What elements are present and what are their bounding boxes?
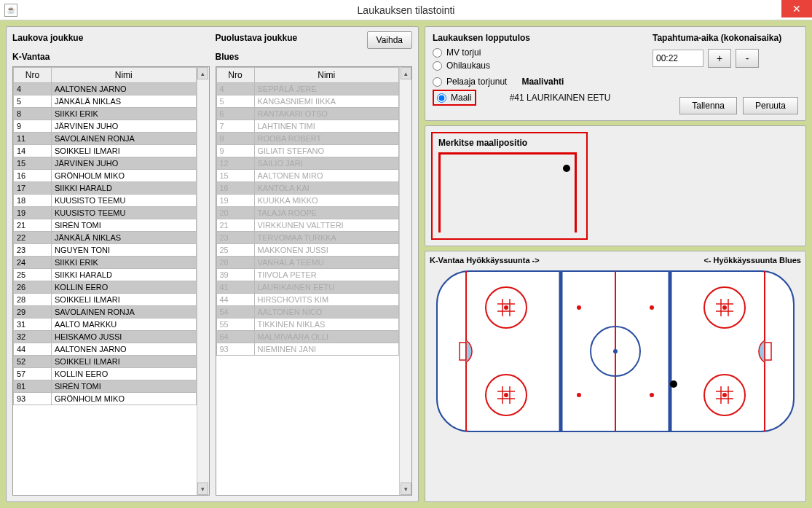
table-row[interactable]: 93GRÖNHOLM MIKO: [14, 393, 197, 405]
table-row[interactable]: 28VANHALA TEEMU: [216, 257, 399, 269]
table-row[interactable]: 39TIIVOLA PETER: [216, 269, 399, 281]
titlebar: ☕ Laukauksen tilastointi ✕: [0, 0, 812, 20]
time-input[interactable]: [653, 50, 703, 67]
table-row[interactable]: 93NIEMINEN JANI: [216, 343, 399, 356]
rink-left-label: K-Vantaa Hyökkäyssuunta ->: [430, 256, 540, 265]
svg-point-15: [504, 393, 508, 397]
goal-position-highlight: Merkitse maalipositio: [431, 132, 588, 240]
rink-panel: K-Vantaa Hyökkäyssuunta -> <- Hyökkäyssu…: [425, 251, 806, 502]
table-row[interactable]: 32HEISKAMO JUSSI: [14, 331, 197, 343]
table-row[interactable]: 15AALTONEN MIRO: [216, 170, 399, 182]
table-row[interactable]: 57KOLLIN EERO: [14, 368, 197, 380]
goalie-label: Maalivahti: [521, 77, 564, 87]
svg-point-21: [650, 393, 654, 397]
goal-frame[interactable]: [438, 152, 577, 232]
svg-point-16: [722, 305, 727, 310]
svg-point-18: [577, 305, 581, 310]
radio-maali[interactable]: Maali: [437, 93, 472, 103]
table-row[interactable]: 8ROOBA ROBERT: [216, 133, 399, 145]
svg-point-14: [504, 305, 508, 310]
table-row[interactable]: 4SEPPÄLÄ JERE: [216, 83, 399, 95]
goalie-name: #41 LAURIKAINEN EETU: [510, 93, 611, 103]
table-row[interactable]: 23TERVOMAA TURKKA: [216, 232, 399, 244]
close-button[interactable]: ✕: [781, 0, 812, 17]
swap-button[interactable]: Vaihda: [367, 31, 412, 49]
table-row[interactable]: 4AALTONEN JARNO: [14, 83, 197, 95]
save-button[interactable]: Tallenna: [679, 97, 737, 114]
radio-pelaaja[interactable]: Pelaaja torjunut: [433, 77, 507, 87]
goal-position-panel: Merkitse maalipositio: [425, 125, 806, 246]
table-row[interactable]: 12SAILIO JARI: [216, 157, 399, 170]
table-row[interactable]: 81SIRÉN TOMI: [14, 380, 197, 393]
shooting-team-table[interactable]: Nro Nimi 4AALTONEN JARNO5JÄNKÄLÄ NIKLAS8…: [13, 67, 197, 405]
table-row[interactable]: 19KUUKKA MIKKO: [216, 195, 399, 207]
table-row[interactable]: 24SIIKKI ERIK: [14, 257, 197, 269]
radio-ohi[interactable]: Ohilaukaus: [433, 60, 610, 71]
table-row[interactable]: 16GRÖNHOLM MIKO: [14, 170, 197, 182]
table-row[interactable]: 16KANTOLA KAI: [216, 182, 399, 195]
table-row[interactable]: 54AALTONEN NICO: [216, 306, 399, 319]
table-row[interactable]: 28SOIKKELI ILMARI: [14, 294, 197, 306]
shooting-team-name: K-Vantaa: [12, 52, 210, 62]
table-row[interactable]: 15JÄRVINEN JUHO: [14, 157, 197, 170]
table-row[interactable]: 8SIIKKI ERIK: [14, 108, 197, 120]
table-row[interactable]: 55TIKKINEN NIKLAS: [216, 319, 399, 331]
rink-right-label: <- Hyökkäyssuunta Blues: [703, 256, 801, 265]
table-row[interactable]: 25SIIKKI HARALD: [14, 269, 197, 281]
result-time-panel: Laukauksen lopputulos MV torjui Ohilauka…: [425, 26, 806, 121]
table-row[interactable]: 11SAVOLAINEN RONJA: [14, 133, 197, 145]
table-row[interactable]: 21SIRÉN TOMI: [14, 219, 197, 232]
table-row[interactable]: 44HIRSCHOVITS KIM: [216, 294, 399, 306]
col-nimi[interactable]: Nimi: [52, 68, 197, 83]
scrollbar[interactable]: ▴ ▾: [399, 67, 411, 495]
col-nro[interactable]: Nro: [14, 68, 52, 83]
table-row[interactable]: 44AALTONEN JARNO: [14, 343, 197, 356]
svg-point-3: [613, 349, 618, 353]
table-row[interactable]: 64MALMIVAARA OLLI: [216, 331, 399, 343]
defending-team-table[interactable]: Nro Nimi 4SEPPÄLÄ JERE5KANGASNIEMI IIKKA…: [216, 67, 400, 356]
table-row[interactable]: 22JÄNKÄLÄ NIKLAS: [14, 232, 197, 244]
table-row[interactable]: 5JÄNKÄLÄ NIKLAS: [14, 95, 197, 108]
svg-point-17: [722, 393, 727, 397]
scrollbar[interactable]: ▴ ▾: [197, 67, 209, 495]
table-row[interactable]: 21VIRKKUNEN VALTTERI: [216, 219, 399, 232]
shot-marker: [670, 380, 677, 388]
col-nimi[interactable]: Nimi: [254, 68, 399, 83]
table-row[interactable]: 41LAURIKAINEN EETU: [216, 281, 399, 294]
table-row[interactable]: 20TALAJA ROOPE: [216, 207, 399, 219]
shooting-team-header: Laukova joukkue: [12, 33, 210, 43]
time-minus-button[interactable]: -: [736, 49, 759, 68]
rink-diagram[interactable]: [430, 267, 801, 435]
scroll-down-icon[interactable]: ▾: [197, 482, 208, 495]
table-row[interactable]: 18KUUSISTO TEEMU: [14, 195, 197, 207]
time-box: Tapahtuma-aika (kokonaisaika) + - Tallen…: [653, 33, 798, 114]
table-row[interactable]: 19KUUSISTO TEEMU: [14, 207, 197, 219]
table-row[interactable]: 23NGUYEN TONI: [14, 244, 197, 257]
goal-position-label: Merkitse maalipositio: [438, 138, 580, 148]
scroll-down-icon[interactable]: ▾: [401, 482, 411, 495]
cancel-button[interactable]: Peruuta: [743, 97, 798, 114]
outcome-legend: Laukauksen lopputulos: [433, 33, 610, 43]
table-row[interactable]: 9JÄRVINEN JUHO: [14, 120, 197, 133]
table-row[interactable]: 17SIIKKI HARALD: [14, 182, 197, 195]
table-row[interactable]: 5KANGASNIEMI IIKKA: [216, 95, 399, 108]
table-row[interactable]: 52SOIKKELI ILMARI: [14, 356, 197, 368]
time-legend: Tapahtuma-aika (kokonaisaika): [653, 33, 798, 43]
goal-marker[interactable]: [563, 165, 570, 172]
table-row[interactable]: 29SAVOLAINEN RONJA: [14, 306, 197, 319]
table-row[interactable]: 25MAKKONEN JUSSI: [216, 244, 399, 257]
scroll-up-icon[interactable]: ▴: [197, 67, 208, 79]
defending-team-name: Blues: [216, 52, 413, 62]
table-row[interactable]: 31AALTO MARKKU: [14, 319, 197, 331]
table-row[interactable]: 26KOLLIN EERO: [14, 281, 197, 294]
table-row[interactable]: 6RANTAKARI OTSO: [216, 108, 399, 120]
radio-mv[interactable]: MV torjui: [433, 47, 610, 58]
defending-team-col: Puolustava joukkue Blues Nro Nimi 4SEPPÄ…: [216, 33, 413, 496]
scroll-up-icon[interactable]: ▴: [401, 67, 411, 79]
table-row[interactable]: 14SOIKKELI ILMARI: [14, 145, 197, 157]
table-row[interactable]: 7LAHTINEN TIMI: [216, 120, 399, 133]
time-plus-button[interactable]: +: [708, 49, 731, 68]
col-nro[interactable]: Nro: [216, 68, 254, 83]
teams-panel: Vaihda Laukova joukkue K-Vantaa Nro Nimi…: [6, 26, 419, 502]
table-row[interactable]: 9GILIATI STEFANO: [216, 145, 399, 157]
